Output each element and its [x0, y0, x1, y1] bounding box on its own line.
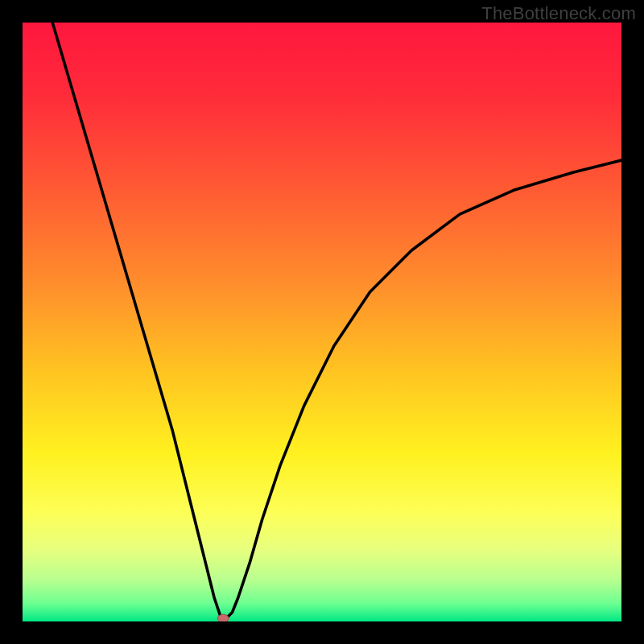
plot-area: [23, 23, 621, 621]
chart-container: TheBottleneck.com: [0, 0, 644, 644]
heat-background: [23, 23, 621, 621]
watermark-text: TheBottleneck.com: [481, 3, 636, 24]
minimum-marker-icon: [217, 614, 229, 621]
plot-svg: [23, 23, 621, 621]
